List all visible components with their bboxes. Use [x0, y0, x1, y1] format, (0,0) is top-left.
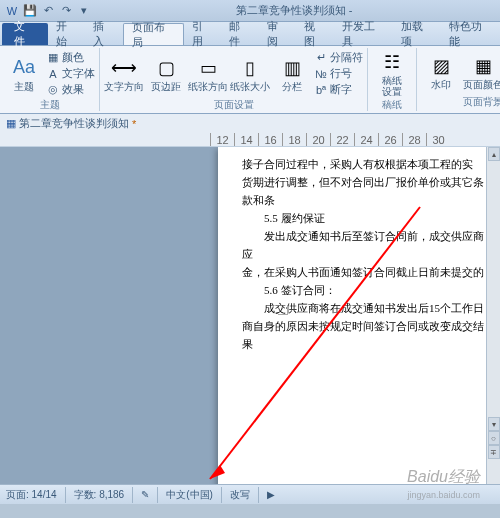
break-icon: ↵	[314, 51, 328, 65]
body-text: 金，在采购人书面通知签订合同截止日前未提交的	[242, 263, 492, 281]
text-direction-button[interactable]: ⟷文字方向	[104, 50, 144, 97]
tab-insert[interactable]: 插入	[85, 23, 123, 45]
baidu-watermark-url: jingyan.baidu.com	[407, 490, 480, 500]
page-end-mark	[278, 305, 288, 315]
save-icon[interactable]: 💾	[22, 3, 38, 19]
tab-view[interactable]: 视图	[296, 23, 334, 45]
hyphen-icon: bª	[314, 83, 328, 97]
status-macro-icon[interactable]: ▶	[267, 487, 283, 503]
horizontal-ruler[interactable]: 12141618202224262830	[0, 133, 500, 147]
theme-colors[interactable]: ▦颜色	[46, 50, 95, 65]
tab-pagelayout[interactable]: 页面布局	[123, 23, 184, 45]
linenum-button[interactable]: №行号	[314, 66, 363, 81]
ribbon-tabs: 文件 开始 插入 页面布局 引用 邮件 审阅 视图 开发工具 加载项 特色功能	[0, 22, 500, 46]
dropdown-icon[interactable]: ▾	[76, 3, 92, 19]
size-button[interactable]: ▯纸张大小	[230, 50, 270, 97]
ribbon: Aa 主题 ▦颜色 A文字体 ◎效果 主题 ⟷文字方向 ▢页边距 ▭纸张方向 ▯…	[0, 46, 500, 114]
orientation-button[interactable]: ▭纸张方向	[188, 50, 228, 97]
status-overtype[interactable]: 改写	[230, 487, 259, 503]
textdir-icon: ⟷	[112, 56, 136, 80]
margins-icon: ▢	[154, 56, 178, 80]
group-pagesetup: ⟷文字方向 ▢页边距 ▭纸张方向 ▯纸张大小 ▥分栏 ↵分隔符 №行号 bª断字…	[100, 48, 368, 111]
status-language[interactable]: 中文(中国)	[166, 487, 222, 503]
tab-review[interactable]: 审阅	[259, 23, 297, 45]
document-tab[interactable]: ▦ 第二章竞争性谈判须知 *	[6, 116, 136, 131]
quick-access-toolbar: W 💾 ↶ ↷ ▾	[4, 3, 92, 19]
group-pagebg: ▨水印 ▦页面颜色 ▢页面边框 页面背景	[417, 48, 500, 111]
status-proofing-icon[interactable]: ✎	[141, 487, 158, 503]
breaks-button[interactable]: ↵分隔符	[314, 50, 363, 65]
themes-icon: Aa	[12, 56, 36, 80]
scroll-down-icon[interactable]: ▾	[488, 417, 500, 431]
body-text: 接子合同过程中，采购人有权根据本项工程的实	[242, 155, 492, 173]
body-text: 5.6 签订合同：	[242, 281, 492, 299]
file-tab[interactable]: 文件	[2, 23, 48, 45]
fonts-icon: A	[46, 67, 60, 81]
body-text: 5.5 履约保证	[242, 209, 492, 227]
pagecolor-icon: ▦	[471, 54, 495, 78]
vertical-scrollbar[interactable]: ▴ ▾ ○ ∓	[486, 147, 500, 489]
watermark-icon: ▨	[429, 54, 453, 78]
ruler-marks: 12141618202224262830	[210, 133, 450, 147]
tab-home[interactable]: 开始	[48, 23, 86, 45]
effects-icon: ◎	[46, 83, 60, 97]
watermark-button[interactable]: ▨水印	[421, 50, 461, 94]
next-page-icon[interactable]: ∓	[488, 445, 500, 459]
columns-button[interactable]: ▥分栏	[272, 50, 312, 97]
margins-button[interactable]: ▢页边距	[146, 50, 186, 97]
status-wordcount[interactable]: 字数: 8,186	[74, 487, 134, 503]
tab-references[interactable]: 引用	[184, 23, 222, 45]
status-page[interactable]: 页面: 14/14	[6, 487, 66, 503]
hyphen-button[interactable]: bª断字	[314, 82, 363, 97]
manuscript-icon: ☷	[380, 50, 404, 74]
linenum-icon: №	[314, 67, 328, 81]
baidu-watermark: Baidu经验	[407, 467, 480, 488]
tab-mailings[interactable]: 邮件	[221, 23, 259, 45]
word-icon: W	[4, 3, 20, 19]
redo-icon[interactable]: ↷	[58, 3, 74, 19]
document-tabs: ▦ 第二章竞争性谈判须知 *	[0, 114, 500, 133]
themes-button[interactable]: Aa 主题	[4, 50, 44, 97]
body-text: 货期进行调整，但不对合同出厂报价单价或其它条款和条	[242, 173, 492, 209]
body-text: 发出成交通知书后至签订合同前，成交供应商应	[242, 227, 492, 263]
group-themes: Aa 主题 ▦颜色 A文字体 ◎效果 主题	[0, 48, 100, 111]
word-doc-icon: ▦	[6, 117, 16, 130]
pagecolor-button[interactable]: ▦页面颜色	[463, 50, 500, 94]
window-title: 第二章竞争性谈判须知 -	[92, 3, 496, 18]
theme-fonts[interactable]: A文字体	[46, 66, 95, 81]
group-manuscript: ☷稿纸 设置 稿纸	[368, 48, 417, 111]
document-page[interactable]: 接子合同过程中，采购人有权根据本项工程的实 货期进行调整，但不对合同出厂报价单价…	[218, 147, 500, 489]
scroll-up-icon[interactable]: ▴	[488, 147, 500, 161]
tab-addins[interactable]: 加载项	[393, 23, 441, 45]
size-icon: ▯	[238, 56, 262, 80]
theme-effects[interactable]: ◎效果	[46, 82, 95, 97]
orient-icon: ▭	[196, 56, 220, 80]
colors-icon: ▦	[46, 51, 60, 65]
browse-object-icon[interactable]: ○	[488, 431, 500, 445]
tab-special[interactable]: 特色功能	[441, 23, 500, 45]
undo-icon[interactable]: ↶	[40, 3, 56, 19]
cols-icon: ▥	[280, 56, 304, 80]
body-text: 商自身的原因未按规定时间签订合同或改变成交结果	[242, 317, 492, 353]
manuscript-button[interactable]: ☷稿纸 设置	[372, 50, 412, 97]
tab-developer[interactable]: 开发工具	[334, 23, 393, 45]
workspace: 接子合同过程中，采购人有权根据本项工程的实 货期进行调整，但不对合同出厂报价单价…	[0, 147, 500, 489]
